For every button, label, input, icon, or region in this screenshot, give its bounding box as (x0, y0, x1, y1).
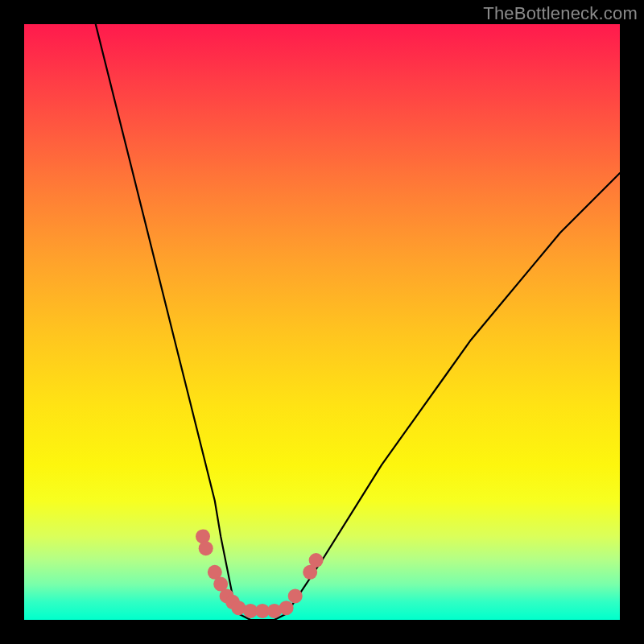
marker-dot (309, 553, 324, 568)
marker-dot (199, 541, 213, 555)
marker-dot (279, 601, 294, 615)
chart-frame: TheBottleneck.com (0, 0, 644, 644)
curve-svg (24, 24, 620, 620)
bottleneck-curve-path (96, 24, 620, 620)
marker-dot (288, 588, 303, 603)
plot-area (24, 24, 620, 620)
marker-group (196, 529, 324, 618)
watermark-text: TheBottleneck.com (483, 3, 638, 24)
